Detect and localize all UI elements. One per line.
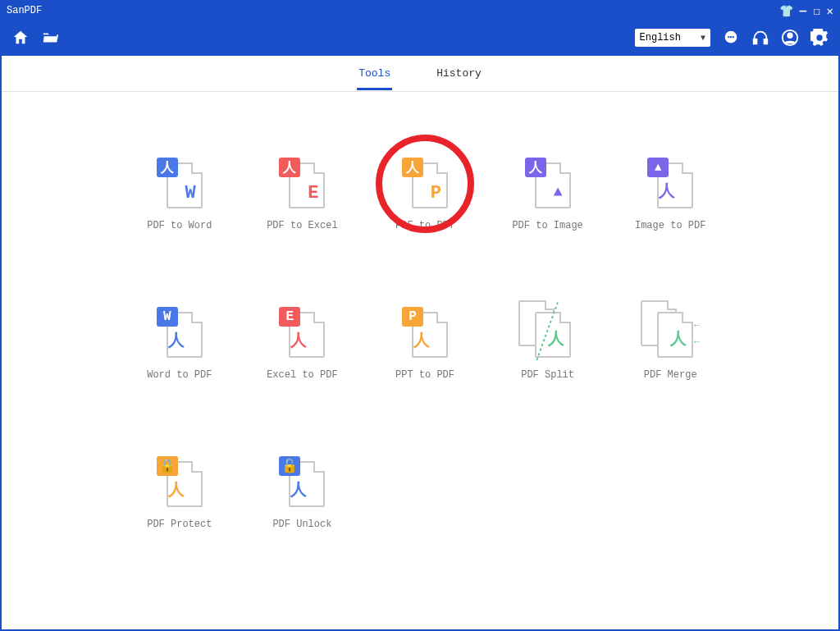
badge-icon: 人: [402, 158, 423, 177]
toolbar: English ▼: [2, 20, 838, 56]
tool-icon-pdf-split: 人: [525, 305, 571, 358]
tool-pdf-to-ppt[interactable]: 人PPDF to PPT: [395, 156, 454, 231]
tool-icon-pdf-merge: 人←←: [647, 305, 693, 358]
headphones-icon[interactable]: [751, 29, 769, 47]
badge-icon: 人: [279, 158, 300, 177]
tool-label: PDF Unlock: [272, 519, 331, 530]
tool-icon-excel-to-pdf: E人: [279, 305, 325, 358]
tool-icon-word-to-pdf: W人: [157, 305, 203, 358]
language-select-label: English: [640, 32, 681, 43]
svg-point-2: [730, 36, 732, 38]
tool-icon-ppt-to-pdf: P人: [402, 305, 448, 358]
tool-label: PDF to Word: [147, 220, 212, 231]
close-button[interactable]: ✕: [827, 4, 833, 18]
svg-rect-4: [754, 39, 757, 44]
open-folder-button[interactable]: [41, 29, 59, 47]
badge-icon: E: [279, 307, 300, 327]
badge-icon: ▲: [647, 158, 669, 177]
tool-image-to-pdf[interactable]: ▲人Image to PDF: [635, 156, 705, 231]
settings-icon[interactable]: [810, 29, 829, 47]
tool-label: PDF Protect: [147, 519, 212, 530]
shirt-icon[interactable]: 👕: [779, 4, 793, 18]
tool-excel-to-pdf[interactable]: E人Excel to PDF: [267, 305, 337, 381]
tool-pdf-merge[interactable]: 人←←PDF Merge: [644, 305, 697, 381]
tool-pdf-to-word[interactable]: 人WPDF to Word: [147, 156, 212, 231]
chevron-down-icon: ▼: [701, 34, 705, 43]
tool-label: PDF Split: [521, 369, 574, 381]
home-button[interactable]: [11, 29, 30, 47]
tool-icon-pdf-unlock: 🔓人: [279, 455, 325, 507]
tool-icon-image-to-pdf: ▲人: [647, 156, 693, 208]
tool-label: PPT to PDF: [395, 369, 454, 381]
svg-point-7: [788, 34, 792, 39]
svg-rect-5: [765, 39, 768, 44]
tool-word-to-pdf[interactable]: W人Word to PDF: [147, 305, 212, 381]
svg-point-8: [817, 35, 822, 40]
tool-ppt-to-pdf[interactable]: P人PPT to PDF: [395, 305, 454, 381]
badge-icon: 人: [157, 158, 178, 177]
tool-label: Word to PDF: [147, 369, 212, 381]
user-icon[interactable]: [781, 29, 799, 47]
tool-label: Excel to PDF: [267, 369, 337, 381]
svg-point-1: [728, 36, 729, 38]
badge-icon: 🔓: [279, 456, 300, 476]
chat-icon[interactable]: [722, 29, 740, 47]
tool-pdf-protect[interactable]: 🔒人PDF Protect: [147, 455, 212, 530]
content-area: 人WPDF to Word人EPDF to Excel人PPDF to PPT人…: [2, 92, 838, 629]
tool-icon-pdf-to-word: 人W: [157, 156, 203, 208]
tool-pdf-to-image[interactable]: 人▲PDF to Image: [512, 156, 582, 231]
tab-tools[interactable]: Tools: [355, 57, 394, 89]
badge-icon: P: [402, 307, 423, 327]
tool-label: PDF to Image: [512, 220, 582, 231]
window-title: SanPDF: [7, 5, 42, 16]
titlebar: SanPDF 👕 — ☐ ✕: [2, 2, 838, 20]
tab-bar: Tools History: [2, 56, 838, 92]
tool-icon-pdf-to-image: 人▲: [525, 156, 571, 208]
tool-icon-pdf-to-excel: 人E: [279, 156, 325, 208]
svg-point-3: [733, 36, 734, 38]
tool-pdf-split[interactable]: 人PDF Split: [521, 305, 574, 381]
language-select[interactable]: English ▼: [635, 29, 710, 47]
maximize-button[interactable]: ☐: [813, 4, 819, 18]
tool-pdf-to-excel[interactable]: 人EPDF to Excel: [267, 156, 337, 231]
tool-label: PDF to Excel: [267, 220, 337, 231]
tool-icon-pdf-to-ppt: 人P: [402, 156, 448, 208]
tab-history[interactable]: History: [433, 57, 485, 89]
tool-label: Image to PDF: [635, 220, 705, 231]
tool-label: PDF to PPT: [395, 220, 454, 231]
badge-icon: W: [157, 307, 178, 327]
tool-label: PDF Merge: [644, 369, 697, 381]
tool-icon-pdf-protect: 🔒人: [157, 455, 203, 507]
tool-pdf-unlock[interactable]: 🔓人PDF Unlock: [272, 455, 331, 530]
minimize-button[interactable]: —: [800, 4, 806, 17]
badge-icon: 人: [525, 158, 546, 177]
badge-icon: 🔒: [157, 456, 178, 476]
